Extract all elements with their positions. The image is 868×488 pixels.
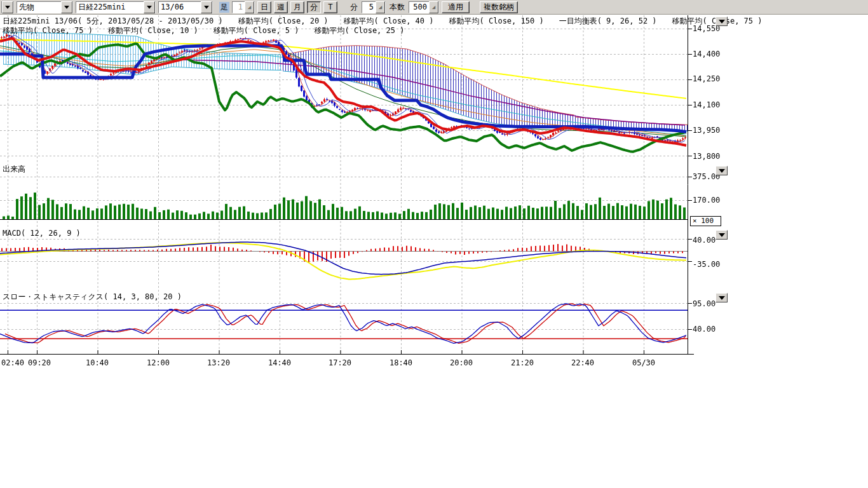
multi-symbol-button[interactable]: 複数銘柄 xyxy=(480,1,518,13)
time-axis-label: 13:20 xyxy=(207,358,230,367)
legend-ma75b: 移動平均( Close, 75 ) xyxy=(3,25,93,36)
dropdown-arrow-icon[interactable] xyxy=(2,1,13,13)
symbol-combobox[interactable]: 日経225mini xyxy=(76,1,156,13)
chart-select-combobox[interactable] xyxy=(1,1,14,13)
spinner-icon[interactable]: ◢ xyxy=(245,1,254,13)
time-axis-label: 05/30 xyxy=(632,358,655,367)
stoch-panel-label: スロー・ストキャスティクス( 14, 3, 80, 20 ) xyxy=(3,292,182,302)
contract-month-value: 13/06 xyxy=(159,3,201,11)
dropdown-arrow-icon[interactable] xyxy=(61,1,72,13)
legend-ma25: 移動平均( Close, 25 ) xyxy=(315,25,405,36)
instrument-type-value: 先物 xyxy=(17,2,61,13)
legend-ichimoku: 一目均衡表( 9, 26, 52 ) xyxy=(559,16,657,27)
time-axis-label: 22:40 xyxy=(571,358,594,367)
chevron-down-icon xyxy=(719,233,725,237)
time-axis-label: 02:40 xyxy=(1,358,24,367)
stoch-panel-collapse-button[interactable] xyxy=(715,293,728,302)
legend-ma5: 移動平均( Close, 5 ) xyxy=(214,25,299,36)
time-axis-label: 14:40 xyxy=(268,358,291,367)
trading-chart-window: 先物 日経225mini 13/06 足 1 ◢ 日 週 月 分 T 分 5 ◢… xyxy=(0,0,868,488)
main-panel-collapse-button[interactable] xyxy=(715,17,728,26)
minutes-label: 分 xyxy=(349,2,359,13)
time-axis-label: 17:20 xyxy=(329,358,351,367)
stoch-axis-label: 95.00 xyxy=(693,299,715,308)
dropdown-arrow-icon[interactable] xyxy=(144,1,155,13)
period-week-button[interactable]: 週 xyxy=(274,1,288,13)
toolbar: 先物 日経225mini 13/06 足 1 ◢ 日 週 月 分 T 分 5 ◢… xyxy=(0,0,868,15)
contract-month-combobox[interactable]: 13/06 xyxy=(158,1,213,13)
dropdown-arrow-icon[interactable] xyxy=(201,1,212,13)
minutes-spinner[interactable]: 5 ◢ xyxy=(362,1,386,13)
time-axis-label: 21:20 xyxy=(511,358,534,367)
macd-panel-label: MACD( 12, 26, 9 ) xyxy=(3,229,81,238)
macd-axis-label: 40.00 xyxy=(693,236,715,245)
volume-axis-label: 170.00 xyxy=(693,196,720,205)
time-axis-label: 09:20 xyxy=(28,358,51,367)
bar-count-label: 本数 xyxy=(388,2,406,13)
volume-multiplier-badge: × 100 xyxy=(690,216,721,226)
price-axis-label: 14,250 xyxy=(693,74,720,83)
spinner-icon[interactable]: ◢ xyxy=(429,1,438,13)
bar-count-value: 500 xyxy=(409,3,429,11)
bar-count-spinner[interactable]: 500 ◢ xyxy=(409,1,439,13)
time-axis-label: 18:40 xyxy=(390,358,412,367)
chevron-down-icon xyxy=(719,20,725,24)
period-day-button[interactable]: 日 xyxy=(257,1,271,13)
bar-interval-spinner[interactable]: 1 ◢ xyxy=(232,1,255,13)
chevron-down-icon xyxy=(719,296,725,300)
price-axis-label: 13,950 xyxy=(693,126,720,135)
instrument-type-combobox[interactable]: 先物 xyxy=(17,1,73,13)
legend-ma150: 移動平均( Close, 150 ) xyxy=(449,16,544,27)
price-axis-label: 14,100 xyxy=(693,100,720,109)
macd-panel-collapse-button[interactable] xyxy=(715,230,728,240)
volume-panel-label: 出来高 xyxy=(3,164,25,175)
chart-canvas xyxy=(0,0,868,488)
time-axis-label: 10:40 xyxy=(86,358,109,367)
spinner-icon[interactable]: ◢ xyxy=(376,1,385,13)
price-axis-label: 13,800 xyxy=(693,152,720,161)
minutes-value: 5 xyxy=(362,3,376,11)
macd-axis-label: -35.00 xyxy=(693,260,720,269)
period-month-button[interactable]: 月 xyxy=(290,1,304,13)
period-tick-button[interactable]: T xyxy=(323,1,337,13)
symbol-value: 日経225mini xyxy=(76,2,144,13)
stoch-axis-label: 40.00 xyxy=(693,325,715,334)
time-axis-label: 12:00 xyxy=(147,358,170,367)
volume-panel-collapse-button[interactable] xyxy=(715,166,728,175)
legend-line-2: 移動平均( Close, 75 ) 移動平均( Close, 10 ) 移動平均… xyxy=(3,25,404,36)
legend-ma10: 移動平均( Close, 10 ) xyxy=(108,25,198,36)
chevron-down-icon xyxy=(719,169,725,173)
apply-button[interactable]: 適用 xyxy=(442,1,470,13)
price-axis-label: 14,400 xyxy=(693,50,720,58)
time-axis-label: 20:00 xyxy=(450,358,473,367)
bar-interval-value: 1 xyxy=(233,3,245,11)
bar-type-label: 足 xyxy=(219,2,229,13)
period-minute-button[interactable]: 分 xyxy=(307,1,321,13)
